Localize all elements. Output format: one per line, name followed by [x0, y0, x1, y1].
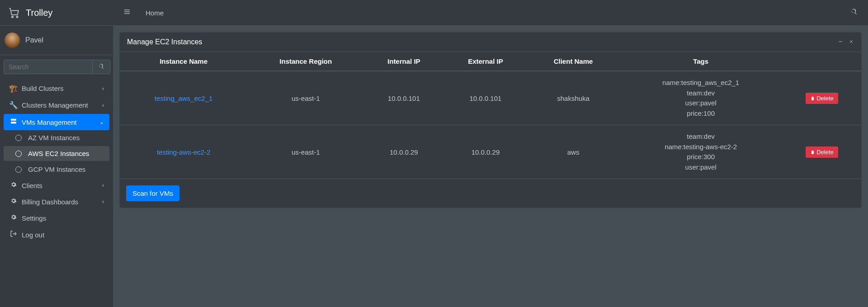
delete-label: Delete [816, 95, 834, 102]
chevron-left-icon: ‹ [102, 198, 104, 205]
nav-label: Build Clusters [22, 85, 102, 92]
cell-region: us-east-1 [247, 125, 364, 179]
th-external-ip: External IP [443, 52, 527, 71]
construction-icon: 🏗️ [9, 84, 18, 93]
nav-billing-dashboards[interactable]: Billing Dashboards ‹ [4, 194, 109, 209]
svg-rect-6 [124, 13, 130, 14]
nav-aws-ec2-instances[interactable]: AWS EC2 Instances [4, 146, 109, 161]
cell-internal_ip: 10.0.0.101 [364, 71, 443, 125]
chevron-down-icon: ⌄ [99, 119, 104, 125]
sidebar: Trolley Pavel 🏗️ Build Clusters [0, 0, 113, 307]
nav-vms-management[interactable]: VMs Management ⌄ [4, 114, 109, 130]
svg-point-0 [11, 16, 13, 18]
svg-rect-5 [124, 11, 130, 12]
breadcrumb-home[interactable]: Home [146, 9, 164, 17]
sidebar-search [0, 55, 113, 79]
svg-rect-4 [124, 9, 130, 10]
search-button[interactable] [93, 60, 110, 74]
nav-clusters-management[interactable]: 🔧 Clusters Management ‹ [4, 97, 109, 113]
th-internal-ip: Internal IP [364, 52, 443, 71]
instance-name-link[interactable]: testing-aws-ec2-2 [157, 148, 210, 156]
brand[interactable]: Trolley [0, 0, 113, 26]
card: Manage EC2 Instances Instance Name [120, 33, 861, 208]
nav: 🏗️ Build Clusters ‹ 🔧 Clusters Managemen… [0, 79, 113, 246]
cart-icon [6, 5, 21, 20]
collapse-icon[interactable] [838, 38, 843, 46]
nav-label: Settings [22, 214, 104, 222]
wrench-icon: 🔧 [9, 101, 18, 109]
logout-icon [9, 230, 18, 239]
nav-label: GCP VM Instances [28, 165, 104, 173]
cell-internal_ip: 10.0.0.29 [364, 125, 443, 179]
chevron-left-icon: ‹ [102, 102, 104, 109]
circle-icon [15, 166, 22, 173]
th-client-name: Client Name [528, 52, 619, 71]
search-icon [98, 64, 104, 71]
gear-icon [9, 181, 18, 189]
topbar-search-icon[interactable] [847, 5, 861, 21]
nav-label: Billing Dashboards [22, 198, 102, 206]
cell-external_ip: 10.0.0.29 [443, 125, 527, 179]
svg-point-1 [16, 16, 18, 18]
th-instance-name: Instance Name [120, 52, 247, 71]
menu-toggle-icon[interactable] [120, 5, 134, 21]
cell-external_ip: 10.0.0.101 [443, 71, 527, 125]
cell-region: us-east-1 [247, 71, 364, 125]
nav-gcp-vm-instances[interactable]: GCP VM Instances [4, 162, 109, 177]
card-header: Manage EC2 Instances [120, 33, 861, 52]
delete-label: Delete [816, 149, 834, 156]
cell-tags: team:devname:testing-aws-ec2-2price:300u… [619, 125, 782, 179]
nav-label: VMs Management [22, 118, 99, 126]
nav-clients[interactable]: Clients ‹ [4, 178, 109, 193]
table-row: testing-aws-ec2-2us-east-110.0.0.2910.0.… [120, 125, 861, 179]
svg-rect-3 [11, 122, 16, 123]
close-icon[interactable] [849, 38, 854, 46]
th-instance-region: Instance Region [247, 52, 364, 71]
nav-label: Log out [22, 231, 104, 239]
cell-client: shakshuka [528, 71, 619, 125]
chevron-left-icon: ‹ [102, 182, 104, 189]
server-icon [9, 118, 18, 127]
cell-client: aws [528, 125, 619, 179]
delete-button[interactable]: Delete [806, 93, 838, 104]
nav-label: AZ VM Instances [28, 134, 104, 142]
card-title: Manage EC2 Instances [127, 38, 838, 46]
content: Manage EC2 Instances Instance Name [113, 26, 868, 307]
brand-text: Trolley [26, 8, 52, 18]
instance-name-link[interactable]: testing_aws_ec2_1 [155, 94, 212, 102]
main: Home Manage EC2 Instances [113, 0, 868, 307]
search-input[interactable] [4, 60, 93, 74]
gear-icon [9, 214, 18, 222]
chevron-left-icon: ‹ [102, 85, 104, 92]
svg-rect-2 [11, 119, 16, 121]
topbar: Home [113, 0, 868, 26]
nav-label: Clients [22, 182, 102, 189]
nav-label: Clusters Management [22, 101, 102, 109]
gear-icon [9, 198, 18, 206]
nav-build-clusters[interactable]: 🏗️ Build Clusters ‹ [4, 80, 109, 96]
nav-label: AWS EC2 Instances [28, 150, 104, 157]
user-name: Pavel [25, 36, 43, 44]
nav-settings[interactable]: Settings [4, 210, 109, 226]
nav-logout[interactable]: Log out [4, 227, 109, 243]
delete-button[interactable]: Delete [806, 146, 838, 158]
th-tags: Tags [619, 52, 782, 71]
cell-tags: name:testing_aws_ec2_1team:devuser:pavel… [619, 71, 782, 125]
user-panel[interactable]: Pavel [0, 26, 113, 55]
table-row: testing_aws_ec2_1us-east-110.0.0.10110.0… [120, 71, 861, 125]
circle-icon [15, 135, 22, 141]
svg-rect-7 [839, 42, 842, 42]
avatar [5, 33, 20, 48]
nav-az-vm-instances[interactable]: AZ VM Instances [4, 130, 109, 145]
instances-table: Instance Name Instance Region Internal I… [120, 52, 861, 179]
circle-icon [15, 151, 22, 157]
scan-for-vms-button[interactable]: Scan for VMs [126, 185, 179, 201]
th-actions [783, 52, 861, 71]
